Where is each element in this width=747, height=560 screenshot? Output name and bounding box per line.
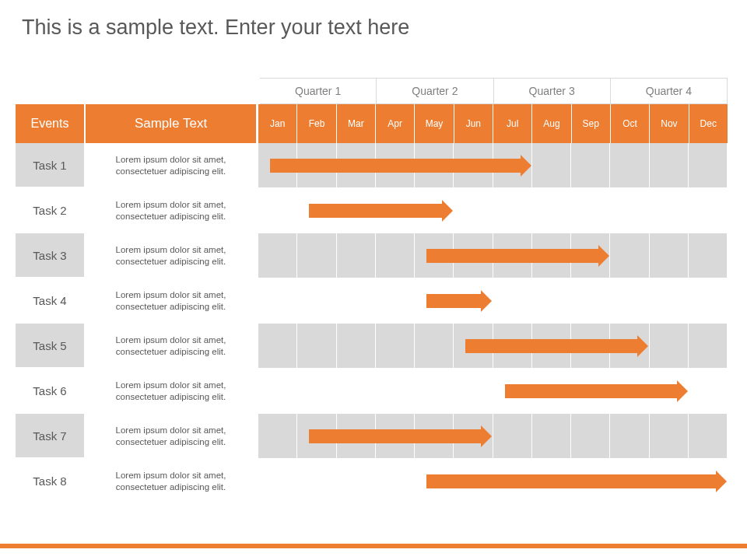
grid-cell: [610, 278, 649, 324]
task-description: Lorem ipsum dolor sit amet, consectetuer…: [86, 143, 258, 188]
task-name: Task 7: [16, 414, 86, 459]
gantt-row: Task 4Lorem ipsum dolor sit amet, consec…: [16, 278, 728, 324]
gantt-row: Task 5Lorem ipsum dolor sit amet, consec…: [16, 324, 728, 369]
grid-cell: [337, 324, 376, 369]
month-header: Jan: [258, 104, 297, 143]
task-description: Lorem ipsum dolor sit amet, consectetuer…: [86, 324, 258, 369]
grid-cell: [415, 369, 454, 414]
task-name: Task 8: [16, 459, 86, 504]
task-description: Lorem ipsum dolor sit amet, consectetuer…: [86, 414, 258, 459]
task-description: Lorem ipsum dolor sit amet, consectetuer…: [86, 369, 258, 414]
events-header: Events: [16, 104, 86, 143]
gantt-bar-arrow-icon: [270, 159, 521, 173]
quarter-header-row: Quarter 1 Quarter 2 Quarter 3 Quarter 4: [16, 78, 728, 104]
month-header: May: [415, 104, 454, 143]
quarter-cell: Quarter 4: [611, 78, 728, 104]
grid-cell: [689, 233, 728, 278]
gantt-chart: Quarter 1 Quarter 2 Quarter 3 Quarter 4 …: [16, 78, 728, 504]
grid-cell: [493, 278, 532, 324]
task-name: Task 5: [16, 324, 86, 369]
grid-cell: [376, 233, 415, 278]
grid-cell: [571, 188, 610, 233]
gantt-grid: [258, 324, 728, 369]
grid-cell: [689, 278, 728, 324]
grid-cell: [337, 278, 376, 324]
task-description: Lorem ipsum dolor sit amet, consectetuer…: [86, 233, 258, 278]
task-name: Task 2: [16, 188, 86, 233]
grid-cell: [297, 459, 336, 504]
grid-cell: [571, 278, 610, 324]
grid-cell: [258, 459, 297, 504]
gantt-grid: [258, 369, 728, 414]
grid-cell: [571, 143, 610, 188]
grid-cell: [376, 369, 415, 414]
gantt-row: Task 3Lorem ipsum dolor sit amet, consec…: [16, 233, 728, 278]
quarter-cell: Quarter 1: [260, 78, 377, 104]
gantt-bar-arrow-icon: [309, 429, 481, 443]
grid-cell: [337, 369, 376, 414]
grid-cell: [376, 324, 415, 369]
gantt-bar-arrow-icon: [426, 474, 716, 488]
grid-cell: [650, 278, 689, 324]
column-header-row: Events Sample Text Jan Feb Mar Apr May J…: [16, 104, 728, 143]
gantt-grid: [258, 188, 728, 233]
grid-cell: [610, 143, 649, 188]
gantt-body: Task 1Lorem ipsum dolor sit amet, consec…: [16, 143, 728, 504]
grid-cell: [258, 278, 297, 324]
month-header: Jul: [493, 104, 532, 143]
grid-cell: [689, 414, 728, 459]
gantt-bar-arrow-icon: [309, 204, 442, 218]
month-header: Mar: [337, 104, 376, 143]
month-header: Apr: [376, 104, 415, 143]
grid-cell: [689, 369, 728, 414]
grid-cell: [532, 414, 571, 459]
grid-cell: [532, 188, 571, 233]
task-name: Task 6: [16, 369, 86, 414]
month-header: Feb: [297, 104, 336, 143]
slide-title: This is a sample text. Enter your text h…: [0, 0, 747, 40]
gantt-bar-arrow-icon: [465, 339, 637, 353]
grid-cell: [689, 188, 728, 233]
grid-cell: [258, 324, 297, 369]
gantt-bar-arrow-icon: [426, 249, 598, 263]
month-header: Dec: [689, 104, 728, 143]
grid-cell: [610, 188, 649, 233]
grid-cell: [650, 188, 689, 233]
grid-cell: [376, 278, 415, 324]
grid-cell: [571, 414, 610, 459]
month-header: Nov: [650, 104, 689, 143]
gantt-bar-arrow-icon: [426, 294, 481, 308]
grid-cell: [376, 459, 415, 504]
month-header: Aug: [532, 104, 571, 143]
grid-cell: [493, 188, 532, 233]
grid-cell: [610, 414, 649, 459]
month-header: Sep: [572, 104, 611, 143]
footer-accent-bar: [0, 544, 747, 548]
gantt-row: Task 7Lorem ipsum dolor sit amet, consec…: [16, 414, 728, 459]
gantt-grid: [258, 278, 728, 324]
grid-cell: [454, 188, 493, 233]
grid-cell: [610, 233, 649, 278]
quarter-cell: Quarter 2: [377, 78, 493, 104]
header-spacer: [16, 78, 260, 104]
gantt-grid: [258, 459, 728, 504]
task-name: Task 1: [16, 143, 86, 188]
grid-cell: [650, 143, 689, 188]
task-description: Lorem ipsum dolor sit amet, consectetuer…: [86, 188, 258, 233]
grid-cell: [297, 278, 336, 324]
task-name: Task 3: [16, 233, 86, 278]
task-description: Lorem ipsum dolor sit amet, consectetuer…: [86, 459, 258, 504]
grid-cell: [297, 233, 336, 278]
grid-cell: [493, 414, 532, 459]
grid-cell: [650, 233, 689, 278]
grid-cell: [297, 324, 336, 369]
month-header: Jun: [454, 104, 493, 143]
grid-cell: [650, 324, 689, 369]
grid-cell: [258, 369, 297, 414]
grid-cell: [337, 459, 376, 504]
grid-cell: [297, 369, 336, 414]
grid-cell: [258, 233, 297, 278]
month-header: Oct: [611, 104, 650, 143]
gantt-grid: [258, 414, 728, 459]
grid-cell: [258, 414, 297, 459]
